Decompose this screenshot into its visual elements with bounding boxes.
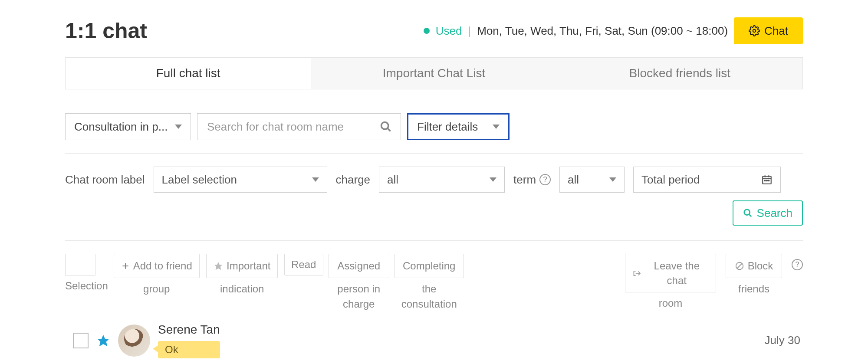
add-friend-group-button[interactable]: Add to friend xyxy=(114,254,200,278)
chat-date: July 30 xyxy=(765,334,800,347)
search-icon xyxy=(743,208,753,218)
svg-point-9 xyxy=(768,180,769,181)
exit-icon xyxy=(632,269,641,278)
selection-label: Selection xyxy=(65,280,108,292)
svg-point-1 xyxy=(381,122,388,129)
period-value: Total period xyxy=(641,173,700,187)
separator xyxy=(65,240,803,241)
important-indication-button[interactable]: Important xyxy=(206,254,278,278)
tabs: Full chat list Important Chat List Block… xyxy=(65,57,803,89)
chat-settings-button[interactable]: Chat xyxy=(734,17,803,44)
svg-marker-14 xyxy=(214,262,222,270)
search-icon xyxy=(380,121,392,133)
filter-row-1: Consultation in p... Filter details xyxy=(65,113,803,140)
action-bar: Selection Add to friend group Important … xyxy=(65,254,803,312)
term-value: all xyxy=(568,173,579,187)
filter-details-label: Filter details xyxy=(417,120,478,134)
svg-marker-18 xyxy=(98,334,109,346)
chat-row[interactable]: Serene Tan Ok July 30 xyxy=(65,314,803,358)
label-selection-select[interactable]: Label selection xyxy=(154,167,327,193)
page-title: 1:1 chat xyxy=(65,18,147,43)
label-selection-value: Label selection xyxy=(162,173,237,187)
chat-name-column: Serene Tan Ok xyxy=(158,323,220,358)
consultation-status-select[interactable]: Consultation in p... xyxy=(65,113,191,140)
filter-row-2: Chat room label Label selection charge a… xyxy=(65,167,803,193)
plus-icon xyxy=(121,262,130,270)
separator xyxy=(65,153,803,154)
chat-button-label: Chat xyxy=(764,24,788,38)
assigned-person-column: Assigned person in charge xyxy=(329,254,389,312)
svg-point-7 xyxy=(765,180,766,181)
selection-column: Selection xyxy=(65,254,108,292)
leave-chat-room-button[interactable]: Leave the chat xyxy=(625,254,716,292)
tab-important-chat-list[interactable]: Important Chat List xyxy=(311,58,557,89)
svg-point-8 xyxy=(766,180,767,181)
search-chat-room-input[interactable] xyxy=(206,120,371,134)
block-friends-button[interactable]: Block xyxy=(726,254,782,278)
svg-point-0 xyxy=(753,30,756,33)
chat-room-label-text: Chat room label xyxy=(65,173,145,187)
search-button[interactable]: Search xyxy=(733,200,803,226)
charge-select[interactable]: all xyxy=(379,167,505,193)
term-label: term ? xyxy=(513,173,551,187)
star-icon xyxy=(214,261,223,271)
filter-details-button[interactable]: Filter details xyxy=(407,113,510,140)
tab-full-chat-list[interactable]: Full chat list xyxy=(66,58,311,89)
chevron-down-icon xyxy=(175,125,182,129)
assigned-person-button[interactable]: Assigned xyxy=(329,254,389,278)
svg-line-17 xyxy=(737,263,742,268)
search-button-label: Search xyxy=(757,207,792,220)
status-dot-icon xyxy=(424,28,430,34)
block-friends-column: Block friends xyxy=(721,254,786,296)
chevron-down-icon xyxy=(490,177,496,182)
important-indication-column: Important indication xyxy=(205,254,279,296)
term-select[interactable]: all xyxy=(559,167,625,193)
avatar xyxy=(118,325,150,357)
consultation-status-value: Consultation in p... xyxy=(74,120,168,134)
chevron-down-icon xyxy=(609,177,616,182)
chat-name: Serene Tan xyxy=(158,323,220,337)
block-icon xyxy=(735,261,744,271)
charge-value: all xyxy=(387,173,398,187)
svg-point-10 xyxy=(744,210,750,215)
add-friend-group-column: Add to friend group xyxy=(113,254,200,296)
schedule-text: Mon, Tue, Wed, Thu, Fri, Sat, Sun (09:00… xyxy=(477,24,728,38)
svg-line-2 xyxy=(388,128,390,131)
calendar-icon xyxy=(761,174,773,185)
complete-consultation-column: Completing the consultation xyxy=(395,254,464,312)
star-filled-icon[interactable] xyxy=(96,334,110,348)
divider: | xyxy=(468,24,471,38)
read-button[interactable]: Read xyxy=(284,254,323,275)
charge-label: charge xyxy=(336,173,371,187)
status-text: Used xyxy=(436,24,462,38)
header-right: Used | Mon, Tue, Wed, Thu, Fri, Sat, Sun… xyxy=(424,17,803,44)
chevron-down-icon xyxy=(493,125,500,129)
last-message-badge: Ok xyxy=(158,341,220,358)
help-icon[interactable]: ? xyxy=(539,174,551,185)
svg-line-11 xyxy=(749,214,751,216)
complete-consultation-button[interactable]: Completing xyxy=(395,254,464,278)
row-checkbox[interactable] xyxy=(73,333,89,348)
leave-chat-room-column: Leave the chat room xyxy=(625,254,716,311)
tab-blocked-friends[interactable]: Blocked friends list xyxy=(557,58,802,89)
header: 1:1 chat Used | Mon, Tue, Wed, Thu, Fri,… xyxy=(65,17,803,44)
help-icon[interactable]: ? xyxy=(792,259,803,270)
gear-icon xyxy=(749,25,760,36)
search-chat-room-input-wrap[interactable] xyxy=(197,113,401,140)
select-all-checkbox[interactable] xyxy=(65,254,95,275)
period-select[interactable]: Total period xyxy=(633,167,781,193)
chevron-down-icon xyxy=(312,177,319,182)
